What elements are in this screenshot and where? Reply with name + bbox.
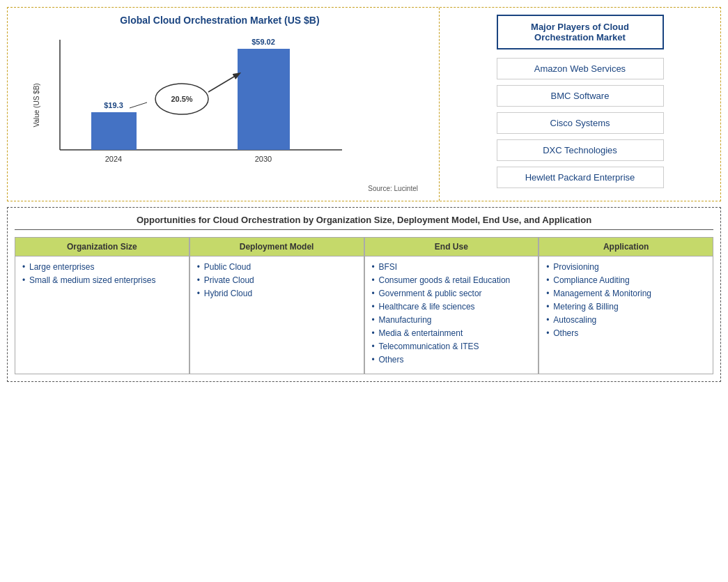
bar-2024: [91, 112, 137, 150]
columns-grid: Organization SizeLarge enterprisesSmall …: [15, 237, 713, 374]
cagr-label: 20.5%: [171, 95, 192, 103]
players-area: Major Players of Cloud Orchestration Mar…: [440, 8, 720, 201]
column-header-1: Deployment Model: [190, 238, 364, 256]
list-item: Media & entertainment: [372, 328, 532, 338]
list-item: Others: [546, 328, 706, 338]
label-line: [130, 102, 147, 108]
chart-area: Global Cloud Orchestration Market (US $B…: [8, 8, 440, 201]
column-content-3: ProvisioningCompliance AuditingManagemen…: [539, 256, 713, 347]
list-item: Manufacturing: [372, 315, 532, 325]
column-content-1: Public CloudPrivate CloudHybrid Cloud: [190, 256, 364, 307]
column-0: Organization SizeLarge enterprisesSmall …: [15, 237, 189, 374]
source-text: Source: Lucintel: [15, 185, 425, 192]
players-title: Major Players of Cloud Orchestration Mar…: [497, 15, 664, 49]
list-item: Metering & Billing: [546, 302, 706, 312]
chart-title: Global Cloud Orchestration Market (US $B…: [15, 15, 425, 26]
list-item: Large enterprises: [22, 262, 182, 272]
list-item: Private Cloud: [197, 275, 357, 285]
list-item: Compliance Auditing: [546, 275, 706, 285]
player-box: Amazon Web Services: [497, 58, 664, 79]
bottom-section: Opportunities for Cloud Orchestration by…: [7, 207, 721, 382]
list-item: Government & public sector: [372, 289, 532, 298]
bar-2030-label: $59.02: [251, 38, 275, 46]
column-header-2: End Use: [365, 238, 539, 256]
column-header-0: Organization Size: [15, 238, 189, 256]
players-list: Amazon Web ServicesBMC SoftwareCisco Sys…: [497, 58, 664, 194]
bar-2030-year: 2030: [255, 155, 272, 163]
cagr-arrow: [208, 75, 238, 92]
list-item: Telecommunication & ITES: [372, 342, 532, 351]
column-3: ApplicationProvisioningCompliance Auditi…: [539, 237, 713, 374]
bar-2030: [238, 49, 290, 150]
list-item: Autoscaling: [546, 315, 706, 325]
bar-2024-label: $19.3: [104, 101, 123, 109]
list-item: BFSI: [372, 262, 532, 272]
column-header-3: Application: [539, 238, 713, 256]
player-box: BMC Software: [497, 85, 664, 107]
bar-2024-year: 2024: [105, 155, 122, 163]
list-item: Healthcare & life sciences: [372, 302, 532, 312]
player-box: DXC Technologies: [497, 139, 664, 161]
list-item: Consumer goods & retail Education: [372, 275, 532, 285]
list-item: Hybrid Cloud: [197, 289, 357, 298]
column-content-2: BFSIConsumer goods & retail EducationGov…: [365, 256, 539, 374]
column-1: Deployment ModelPublic CloudPrivate Clou…: [189, 237, 364, 374]
list-item: Small & medium sized enterprises: [22, 275, 182, 285]
list-item: Public Cloud: [197, 262, 357, 272]
bar-chart-svg: $19.3 2024 $59.02 2030 20.5%: [22, 33, 384, 179]
list-item: Provisioning: [546, 262, 706, 272]
player-box: Hewlett Packard Enterprise: [497, 167, 664, 188]
player-box: Cisco Systems: [497, 112, 664, 134]
list-item: Management & Monitoring: [546, 289, 706, 298]
column-content-0: Large enterprisesSmall & medium sized en…: [15, 256, 189, 294]
list-item: Others: [372, 355, 532, 365]
y-axis-label: Value (US $B): [33, 83, 40, 127]
column-2: End UseBFSIConsumer goods & retail Educa…: [364, 237, 539, 374]
bottom-title: Opportunities for Cloud Orchestration by…: [15, 215, 713, 230]
